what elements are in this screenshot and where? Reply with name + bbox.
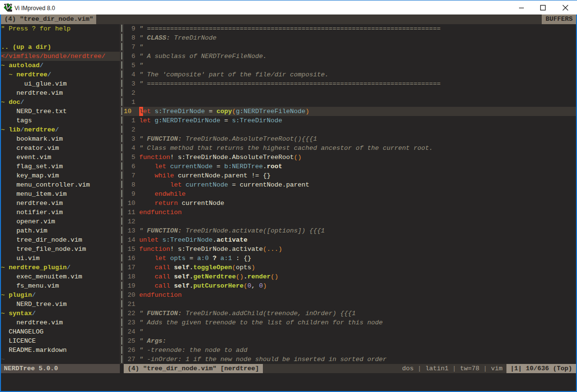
svg-text:im: im: [8, 8, 12, 12]
